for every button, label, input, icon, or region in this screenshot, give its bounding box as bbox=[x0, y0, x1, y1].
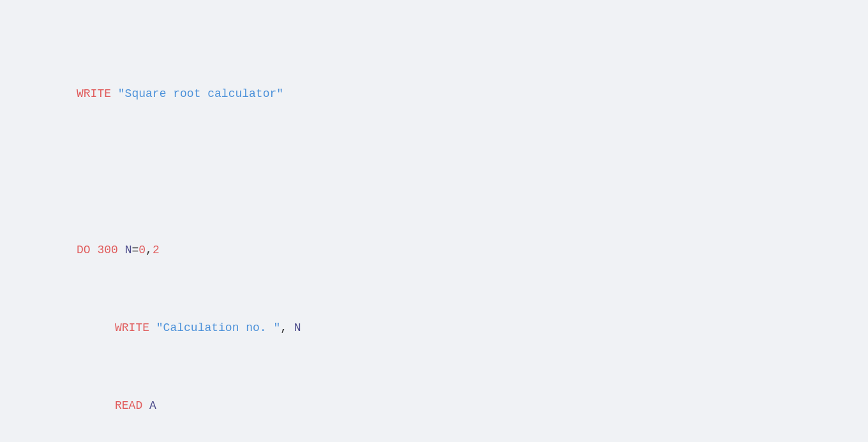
plain-text bbox=[118, 240, 125, 260]
keyword-read: READ bbox=[115, 396, 142, 416]
code-line-blank bbox=[38, 162, 830, 182]
code-editor: WRITE "Square root calculator" DO 300 N=… bbox=[38, 26, 830, 442]
code-line-do: DO 300 N=0,2 bbox=[38, 240, 830, 260]
variable-a: A bbox=[149, 396, 156, 416]
number: 0 bbox=[138, 240, 146, 260]
plain-text: = bbox=[131, 240, 138, 260]
number: 300 bbox=[97, 240, 117, 260]
number: 2 bbox=[153, 240, 160, 260]
string-literal: "Calculation no. " bbox=[149, 318, 280, 338]
plain-text bbox=[142, 396, 149, 416]
code-line-1: WRITE "Square root calculator" bbox=[38, 84, 830, 104]
plain-text: , bbox=[280, 318, 294, 338]
keyword-write: WRITE bbox=[77, 84, 111, 104]
variable-n: N bbox=[294, 318, 301, 338]
string-literal: "Square root calculator" bbox=[111, 84, 283, 104]
keyword-write: WRITE bbox=[115, 318, 149, 338]
variable-n: N bbox=[125, 240, 132, 260]
keyword-do: DO bbox=[77, 240, 91, 260]
plain-text bbox=[91, 240, 98, 260]
code-line-write-calc: WRITE "Calculation no. ", N bbox=[38, 318, 830, 338]
plain-text: , bbox=[146, 240, 153, 260]
code-line-read-a: READ A bbox=[38, 396, 830, 416]
